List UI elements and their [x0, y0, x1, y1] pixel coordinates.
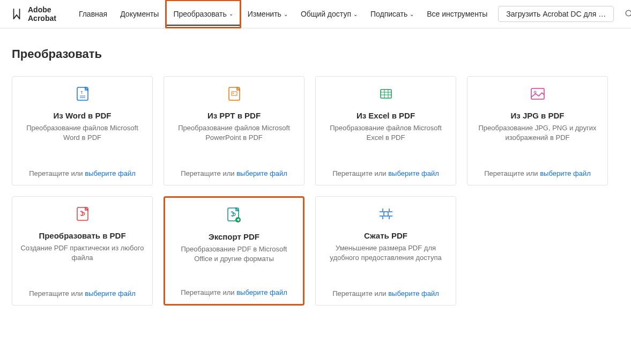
- nav-label: Все инструменты: [427, 10, 487, 18]
- chevron-down-icon: ⌄: [284, 11, 288, 17]
- nav-label: Документы: [120, 10, 159, 18]
- select-file-link[interactable]: выберите файл: [85, 169, 136, 177]
- nav-share[interactable]: Общий доступ ⌄: [294, 0, 364, 28]
- card-dropzone: Перетащите или выберите файл: [29, 169, 136, 177]
- card-title: Сжать PDF: [364, 231, 407, 240]
- card-word-to-pdf[interactable]: T Из Word в PDF Преобразование файлов Mi…: [12, 76, 153, 185]
- card-dropzone: Перетащите или выберите файл: [332, 289, 439, 298]
- svg-rect-9: [232, 92, 237, 95]
- select-file-link[interactable]: выберите файл: [540, 169, 591, 177]
- brand-section: Adobe Acrobat: [11, 5, 56, 23]
- nav-edit[interactable]: Изменить ⌄: [241, 0, 294, 28]
- drag-text: Перетащите или: [181, 169, 236, 177]
- card-convert-to-pdf[interactable]: Преобразовать в PDF Создание PDF практич…: [12, 196, 153, 306]
- drag-text: Перетащите или: [484, 169, 540, 177]
- nav-label: Главная: [79, 10, 107, 18]
- card-desc: Преобразование файлов Microsoft Excel в …: [323, 123, 448, 169]
- card-ppt-to-pdf[interactable]: Из PPT в PDF Преобразование файлов Micro…: [164, 76, 305, 185]
- card-desc: Преобразование JPG, PNG и других изображ…: [475, 123, 600, 169]
- download-acrobat-button[interactable]: Загрузить Acrobat DC для …: [498, 6, 614, 22]
- pdf-file-icon: [76, 206, 89, 221]
- card-title: Преобразовать в PDF: [39, 231, 125, 240]
- nav-label: Общий доступ: [301, 10, 351, 18]
- chevron-down-icon: ⌄: [410, 11, 414, 17]
- svg-text:T: T: [80, 90, 83, 95]
- word-file-icon: T: [76, 86, 89, 101]
- card-title: Из Excel в PDF: [357, 111, 415, 120]
- card-dropzone: Перетащите или выберите файл: [29, 289, 136, 298]
- nav-label: Подписать: [370, 10, 407, 18]
- drag-text: Перетащите или: [181, 288, 236, 296]
- card-dropzone: Перетащите или выберите файл: [181, 288, 287, 296]
- compress-pdf-icon: [378, 206, 394, 221]
- main-nav: Главная Документы Преобразовать ⌄ Измени…: [72, 0, 614, 28]
- image-file-icon: [530, 86, 545, 101]
- nav-convert[interactable]: Преобразовать ⌄: [165, 0, 241, 28]
- svg-rect-16: [531, 88, 544, 99]
- select-file-link[interactable]: выберите файл: [236, 169, 287, 177]
- card-desc: Преобразование файлов Microsoft Word в P…: [20, 123, 145, 169]
- brand-name: Adobe Acrobat: [28, 5, 56, 23]
- card-desc: Преобразование PDF в Microsoft Office и …: [173, 244, 295, 288]
- excel-file-icon: [380, 86, 392, 101]
- card-dropzone: Перетащите или выберите файл: [484, 169, 591, 177]
- nav-all-tools[interactable]: Все инструменты: [420, 0, 494, 28]
- card-desc: Преобразование файлов Microsoft PowerPoi…: [172, 123, 296, 169]
- svg-rect-21: [384, 212, 388, 216]
- svg-point-10: [233, 93, 234, 94]
- chevron-down-icon: ⌄: [229, 11, 233, 17]
- nav-sign[interactable]: Подписать ⌄: [364, 0, 420, 28]
- card-dropzone: Перетащите или выберите файл: [332, 169, 439, 177]
- card-title: Экспорт PDF: [209, 232, 259, 241]
- select-file-link[interactable]: выберите файл: [85, 289, 136, 298]
- chevron-down-icon: ⌄: [353, 11, 358, 17]
- select-file-link[interactable]: выберите файл: [236, 288, 287, 296]
- nav-label: Изменить: [248, 10, 281, 18]
- page-title: Преобразовать: [12, 47, 619, 61]
- drag-text: Перетащите или: [29, 289, 85, 298]
- adobe-acrobat-logo-icon: [11, 8, 23, 20]
- svg-point-0: [626, 10, 631, 16]
- svg-rect-11: [381, 90, 391, 98]
- app-header: Adobe Acrobat Главная Документы Преобраз…: [0, 0, 631, 28]
- select-file-link[interactable]: выберите файл: [388, 169, 439, 177]
- svg-point-17: [534, 91, 536, 93]
- content-area: Преобразовать T Из Word в PDF Преобразов…: [0, 28, 631, 324]
- card-dropzone: Перетащите или выберите файл: [181, 169, 287, 177]
- cards-grid: T Из Word в PDF Преобразование файлов Mi…: [12, 76, 619, 306]
- card-title: Из JPG в PDF: [511, 111, 565, 120]
- ppt-file-icon: [228, 86, 241, 101]
- select-file-link[interactable]: выберите файл: [388, 289, 439, 298]
- header-right: ?: [625, 7, 631, 21]
- card-title: Из Word в PDF: [53, 111, 111, 120]
- card-desc: Создание PDF практически из любого файла: [20, 243, 145, 289]
- nav-documents[interactable]: Документы: [114, 0, 165, 28]
- drag-text: Перетащите или: [332, 169, 388, 177]
- card-compress-pdf[interactable]: Сжать PDF Уменьшение размера PDF для удо…: [315, 196, 456, 306]
- nav-home[interactable]: Главная: [72, 0, 114, 28]
- card-title: Из PPT в PDF: [207, 111, 261, 120]
- drag-text: Перетащите или: [332, 289, 388, 298]
- search-icon[interactable]: [625, 9, 631, 19]
- nav-label: Преобразовать: [173, 10, 226, 18]
- card-desc: Уменьшение размера PDF для удобного пред…: [323, 243, 448, 289]
- drag-text: Перетащите или: [29, 169, 85, 177]
- card-excel-to-pdf[interactable]: Из Excel в PDF Преобразование файлов Mic…: [315, 76, 456, 185]
- card-export-pdf[interactable]: Экспорт PDF Преобразование PDF в Microso…: [164, 196, 305, 306]
- export-pdf-icon: [227, 207, 242, 222]
- card-jpg-to-pdf[interactable]: Из JPG в PDF Преобразование JPG, PNG и д…: [467, 76, 608, 185]
